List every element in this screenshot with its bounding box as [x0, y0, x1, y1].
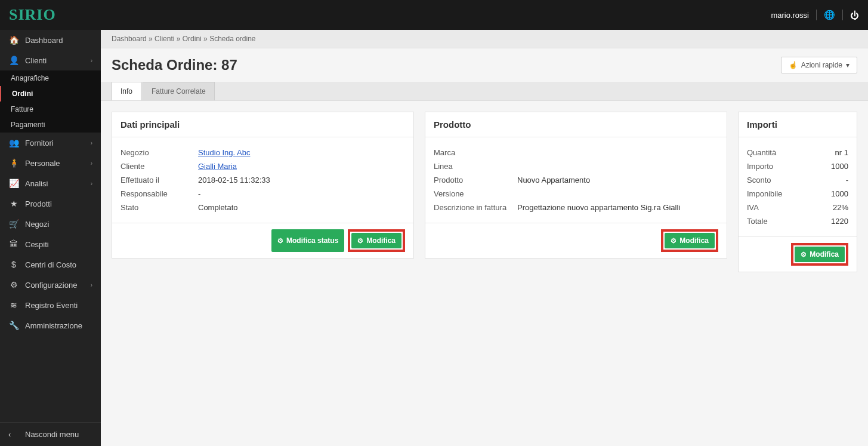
breadcrumb-link[interactable]: Dashboard	[112, 35, 147, 43]
field-label: Prodotto	[434, 176, 517, 184]
user-name[interactable]: mario.rossi	[771, 11, 809, 20]
dollar-icon: $	[8, 260, 19, 269]
field-value: Nuovo Appartamento	[517, 176, 718, 184]
button-label: Modifica status	[286, 236, 338, 245]
highlight-box: ⚙Modifica	[348, 229, 405, 252]
field-value	[517, 148, 718, 157]
gear-icon: ⚙	[801, 251, 807, 259]
modifica-button[interactable]: ⚙Modifica	[351, 233, 401, 248]
cliente-link[interactable]: Gialli Maria	[198, 162, 237, 171]
modifica-button[interactable]: ⚙Modifica	[795, 247, 845, 262]
negozio-link[interactable]: Studio Ing. Abc	[198, 148, 250, 157]
field-label: Effettuato il	[121, 176, 198, 184]
highlight-box: ⚙Modifica	[791, 243, 848, 266]
power-icon[interactable]: ⏻	[850, 10, 859, 20]
user-icon: 👤	[8, 56, 19, 65]
nav-config[interactable]: ⚙ Configurazione ›	[0, 275, 101, 295]
gauge-icon: 🏠	[8, 35, 19, 45]
field-value: -	[198, 189, 405, 198]
nav-label: Centri di Costo	[25, 260, 76, 269]
card-title: Importi	[739, 112, 857, 137]
field-value: 22%	[795, 203, 848, 212]
nav-label: Negozi	[25, 220, 49, 229]
chevron-right-icon: ›	[91, 57, 92, 64]
field-label: Quantità	[747, 148, 795, 157]
modifica-button[interactable]: ⚙Modifica	[665, 233, 715, 248]
chevron-left-icon: ‹	[8, 430, 19, 439]
field-label: Linea	[434, 162, 517, 171]
field-label: Responsabile	[121, 189, 198, 198]
field-value: Completato	[198, 203, 405, 212]
nav-label: Personale	[25, 159, 60, 168]
chart-icon: 📈	[8, 179, 19, 188]
tab-fatture-correlate[interactable]: Fatture Correlate	[143, 82, 215, 100]
nav-centri[interactable]: $ Centri di Costo	[0, 254, 101, 275]
field-label: Sconto	[747, 176, 795, 184]
breadcrumb-link[interactable]: Clienti	[155, 35, 174, 43]
hide-menu-label: Nascondi menu	[25, 430, 79, 439]
chevron-right-icon: ›	[91, 282, 92, 288]
field-value	[517, 189, 718, 198]
field-label: Stato	[121, 203, 198, 212]
chevron-right-icon: ›	[91, 140, 92, 146]
field-label: Versione	[434, 189, 517, 198]
field-label: Descrizione in fattura	[434, 203, 517, 212]
highlight-box: ⚙Modifica	[661, 229, 718, 252]
nav-prodotti[interactable]: ★ Prodotti	[0, 193, 101, 214]
person-icon: 🧍	[8, 158, 19, 168]
field-label: Importo	[747, 162, 795, 171]
button-label: Modifica	[679, 236, 709, 245]
hand-icon: ☝	[789, 61, 798, 69]
nav-label: Fornitori	[25, 139, 54, 147]
field-label: Marca	[434, 148, 517, 157]
star-icon: ★	[8, 199, 19, 208]
subnav-ordini[interactable]: Ordini	[0, 86, 101, 101]
nav-label: Dashboard	[25, 36, 63, 45]
nav-clienti[interactable]: 👤 Clienti ›	[0, 50, 101, 70]
button-label: Modifica	[810, 250, 839, 259]
cart-icon: 🛒	[8, 219, 19, 229]
quick-actions-button[interactable]: ☝ Azioni rapide ▾	[781, 57, 857, 73]
nav-label: Clienti	[25, 56, 47, 65]
chevron-right-icon: ›	[91, 180, 92, 187]
users-icon: 👥	[8, 138, 19, 147]
hide-menu-button[interactable]: ‹ Nascondi menu	[0, 423, 101, 446]
field-label: Imponibile	[747, 189, 795, 198]
nav-cespiti[interactable]: 🏛 Cespiti	[0, 234, 101, 254]
subnav-fatture[interactable]: Fatture	[0, 101, 101, 117]
nav-label: Analisi	[25, 179, 48, 188]
wrench-icon: 🔧	[8, 321, 19, 330]
nav-label: Amministrazione	[25, 321, 82, 330]
nav-fornitori[interactable]: 👥 Fornitori ›	[0, 133, 101, 153]
field-value	[517, 162, 718, 171]
chevron-down-icon: ▾	[846, 61, 850, 69]
subnav-anagrafiche[interactable]: Anagrafiche	[0, 70, 101, 86]
nav-admin[interactable]: 🔧 Amministrazione	[0, 315, 101, 336]
field-value: 2018-02-15 11:32:33	[198, 176, 405, 184]
nav-analisi[interactable]: 📈 Analisi ›	[0, 173, 101, 193]
nav-personale[interactable]: 🧍 Personale ›	[0, 153, 101, 173]
field-value: 1000	[795, 189, 848, 198]
modifica-status-button[interactable]: ⚙Modifica status	[271, 229, 344, 252]
card-title: Dati principali	[112, 112, 413, 137]
gear-icon: ⚙	[8, 280, 19, 290]
nav-label: Configurazione	[25, 281, 77, 290]
field-label: Totale	[747, 217, 795, 226]
chevron-right-icon: ›	[91, 160, 92, 167]
field-value: 1220	[795, 217, 848, 226]
page-title: Scheda Ordine: 87	[112, 57, 237, 73]
nav-label: Prodotti	[25, 199, 52, 208]
divider	[842, 10, 843, 20]
subnav-pagamenti[interactable]: Pagamenti	[0, 117, 101, 133]
nav-negozi[interactable]: 🛒 Negozi	[0, 214, 101, 234]
nav-label: Registro Eventi	[25, 301, 78, 310]
nav-registro[interactable]: ≋ Registro Eventi	[0, 295, 101, 315]
building-icon: 🏛	[8, 239, 19, 249]
breadcrumb-link[interactable]: Ordini	[183, 35, 202, 43]
globe-icon[interactable]: 🌐	[824, 10, 835, 20]
tab-info[interactable]: Info	[112, 82, 141, 100]
nav-dashboard[interactable]: 🏠 Dashboard	[0, 30, 101, 50]
divider	[816, 10, 817, 20]
quick-actions-label: Azioni rapide	[801, 61, 842, 69]
breadcrumb-current: Scheda ordine	[209, 35, 255, 43]
